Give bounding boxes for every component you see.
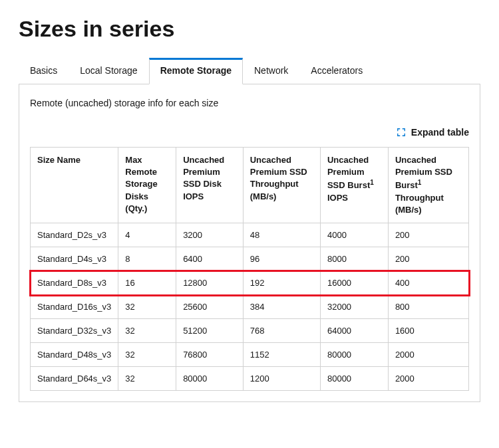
cell-btp: 200 xyxy=(388,223,468,247)
expand-table-label: Expand table xyxy=(411,127,469,138)
cell-iops: 25600 xyxy=(176,295,244,319)
cell-biops: 16000 xyxy=(320,271,388,295)
tab-local-storage[interactable]: Local Storage xyxy=(69,58,148,84)
table-row: Standard_D8s_v3161280019216000400 xyxy=(31,271,469,295)
cell-iops: 80000 xyxy=(176,367,244,391)
cell-biops: 64000 xyxy=(320,319,388,343)
tab-remote-storage[interactable]: Remote Storage xyxy=(149,58,243,84)
cell-btp: 400 xyxy=(388,271,468,295)
cell-biops: 32000 xyxy=(320,295,388,319)
cell-btp: 1600 xyxy=(388,319,468,343)
cell-tp: 1200 xyxy=(243,367,320,391)
cell-size: Standard_D48s_v3 xyxy=(31,343,118,367)
tabs-bar: Basics Local Storage Remote Storage Netw… xyxy=(19,58,480,84)
cell-tp: 192 xyxy=(243,271,320,295)
cell-biops: 80000 xyxy=(320,367,388,391)
cell-size: Standard_D16s_v3 xyxy=(31,295,118,319)
col-throughput: Uncached Premium SSD Throughput (MB/s) xyxy=(243,148,320,223)
col-burst-throughput: Uncached Premium SSD Burst1 Throughput (… xyxy=(388,148,468,223)
table-row: Standard_D16s_v3322560038432000800 xyxy=(31,295,469,319)
col-iops: Uncached Premium SSD Disk IOPS xyxy=(176,148,244,223)
cell-disks: 32 xyxy=(118,295,176,319)
expand-icon xyxy=(397,128,406,137)
cell-size: Standard_D2s_v3 xyxy=(31,223,118,247)
tab-panel: Remote (uncached) storage info for each … xyxy=(19,84,480,402)
cell-size: Standard_D4s_v3 xyxy=(31,247,118,271)
cell-size: Standard_D8s_v3 xyxy=(31,271,118,295)
cell-disks: 4 xyxy=(118,223,176,247)
cell-tp: 96 xyxy=(243,247,320,271)
cell-disks: 16 xyxy=(118,271,176,295)
expand-table-button[interactable]: Expand table xyxy=(30,127,469,138)
cell-iops: 6400 xyxy=(176,247,244,271)
col-burst-iops: Uncached Premium SSD Burst1 IOPS xyxy=(320,148,388,223)
cell-iops: 76800 xyxy=(176,343,244,367)
cell-btp: 2000 xyxy=(388,343,468,367)
cell-disks: 8 xyxy=(118,247,176,271)
col-max-disks: Max Remote Storage Disks (Qty.) xyxy=(118,148,176,223)
table-row: Standard_D2s_v343200484000200 xyxy=(31,223,469,247)
cell-tp: 1152 xyxy=(243,343,320,367)
cell-iops: 51200 xyxy=(176,319,244,343)
cell-btp: 2000 xyxy=(388,367,468,391)
table-row: Standard_D48s_v332768001152800002000 xyxy=(31,343,469,367)
cell-disks: 32 xyxy=(118,367,176,391)
cell-disks: 32 xyxy=(118,343,176,367)
tab-accelerators[interactable]: Accelerators xyxy=(299,58,374,84)
cell-tp: 48 xyxy=(243,223,320,247)
cell-size: Standard_D32s_v3 xyxy=(31,319,118,343)
cell-iops: 3200 xyxy=(176,223,244,247)
table-row: Standard_D32s_v33251200768640001600 xyxy=(31,319,469,343)
cell-biops: 80000 xyxy=(320,343,388,367)
table-row: Standard_D4s_v386400968000200 xyxy=(31,247,469,271)
panel-description: Remote (uncached) storage info for each … xyxy=(30,98,469,108)
sizes-table: Size Name Max Remote Storage Disks (Qty.… xyxy=(30,147,469,391)
tab-basics[interactable]: Basics xyxy=(19,58,69,84)
cell-btp: 800 xyxy=(388,295,468,319)
table-row: Standard_D64s_v332800001200800002000 xyxy=(31,367,469,391)
tab-network[interactable]: Network xyxy=(243,58,299,84)
cell-tp: 384 xyxy=(243,295,320,319)
cell-iops: 12800 xyxy=(176,271,244,295)
cell-biops: 8000 xyxy=(320,247,388,271)
page-title: Sizes in series xyxy=(19,16,480,42)
table-header-row: Size Name Max Remote Storage Disks (Qty.… xyxy=(31,148,469,223)
cell-btp: 200 xyxy=(388,247,468,271)
cell-tp: 768 xyxy=(243,319,320,343)
cell-biops: 4000 xyxy=(320,223,388,247)
cell-disks: 32 xyxy=(118,319,176,343)
cell-size: Standard_D64s_v3 xyxy=(31,367,118,391)
col-size-name: Size Name xyxy=(31,148,118,223)
